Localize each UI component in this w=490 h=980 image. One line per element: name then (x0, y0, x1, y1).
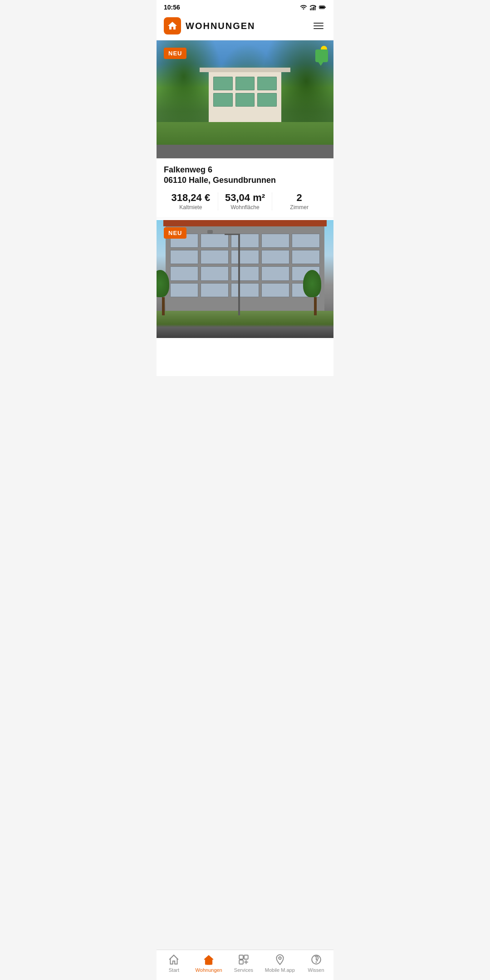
wifi-icon (300, 4, 307, 11)
svg-rect-3 (314, 6, 315, 10)
listing-card-2[interactable]: NEU (157, 220, 333, 338)
svg-rect-5 (325, 7, 326, 8)
stat-wohnflaeche-1: 53,04 m² Wohnfläche (218, 192, 272, 211)
listing-image-wrapper-2: NEU (157, 220, 333, 338)
kaltmiete-label-1: Kaltmiete (164, 204, 218, 211)
page-title: WOHNUNGEN (186, 21, 255, 31)
svg-rect-0 (310, 9, 311, 10)
wohnflaeche-label-1: Wohnfläche (218, 204, 272, 211)
listing-card-1[interactable]: NEU Falkenweg 6 06110 Halle, Gesundbrunn… (157, 40, 333, 218)
listings-content: NEU Falkenweg 6 06110 Halle, Gesundbrunn… (157, 40, 333, 376)
signal-icon (309, 4, 317, 11)
listing-stats-1: 318,24 € Kaltmiete 53,04 m² Wohnfläche 2… (164, 192, 326, 211)
svg-rect-6 (320, 6, 324, 9)
listing-image-wrapper-1: NEU (157, 40, 333, 158)
more-options-button[interactable] (311, 20, 326, 32)
battery-icon (319, 4, 326, 11)
stat-zimmer-1: 2 Zimmer (272, 192, 326, 211)
listing-address-1: Falkenweg 6 06110 Halle, Gesundbrunnen (164, 165, 326, 186)
svg-rect-2 (313, 7, 314, 10)
lamp-pole (238, 234, 240, 315)
neu-badge-1: NEU (164, 48, 186, 59)
neu-badge-2: NEU (164, 227, 186, 239)
svg-rect-1 (312, 8, 313, 10)
status-time: 10:56 (164, 4, 180, 11)
status-bar: 10:56 (157, 0, 333, 13)
app-logo (164, 17, 181, 34)
map-pin-1[interactable] (308, 46, 328, 66)
tree-right (311, 270, 320, 315)
zimmer-value-1: 2 (272, 192, 326, 203)
home-logo-icon (167, 20, 178, 31)
app-header: WOHNUNGEN (157, 13, 333, 40)
listing-info-1: Falkenweg 6 06110 Halle, Gesundbrunnen 3… (157, 158, 333, 218)
zimmer-label-1: Zimmer (272, 204, 326, 211)
header-brand: WOHNUNGEN (164, 17, 255, 34)
kaltmiete-value-1: 318,24 € (164, 192, 218, 203)
tree-left (159, 270, 168, 315)
wohnflaeche-value-1: 53,04 m² (218, 192, 272, 203)
status-icons (300, 4, 326, 11)
stat-kaltmiete-1: 318,24 € Kaltmiete (164, 192, 218, 211)
